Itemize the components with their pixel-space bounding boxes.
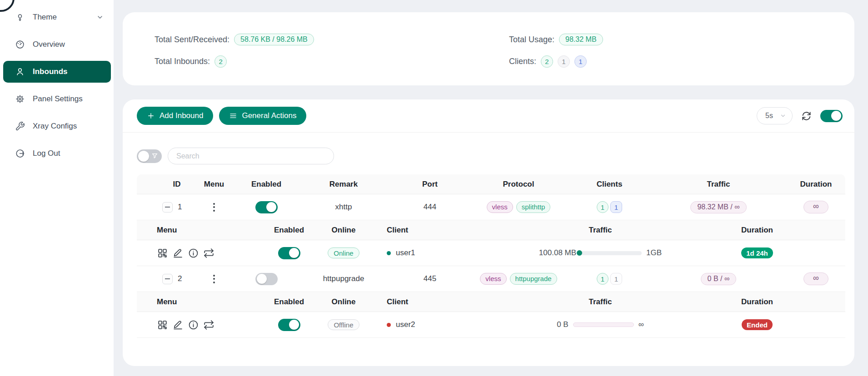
total-sent-received-label: Total Sent/Received: <box>155 35 229 45</box>
online-status-badge: Offline <box>328 319 359 330</box>
toggle-knob <box>289 248 299 258</box>
toggle-knob <box>266 202 276 212</box>
toggle-knob <box>289 320 299 330</box>
online-status-badge: Online <box>328 247 359 258</box>
sidebar-item-inbounds[interactable]: Inbounds <box>3 61 111 83</box>
edit-button[interactable] <box>172 247 184 259</box>
inbound-port: 445 <box>391 274 469 283</box>
sidebar-nav: Theme Overview Inbounds <box>0 0 114 164</box>
sub-header-duration: Duration <box>700 297 814 307</box>
inbound-enabled-toggle[interactable] <box>255 201 278 213</box>
clients-count-badge-green: 2 <box>541 55 553 68</box>
hamburger-icon <box>229 112 237 120</box>
refresh-interval-select[interactable]: 5s <box>757 107 793 124</box>
client-name: user1 <box>396 248 415 257</box>
user-icon <box>15 67 25 77</box>
traffic-used: 0 B <box>557 320 569 329</box>
refresh-button[interactable] <box>801 111 812 121</box>
duration-badge: ∞ <box>803 201 828 213</box>
sidebar: Theme Overview Inbounds <box>0 0 114 376</box>
toggle-knob <box>138 151 149 162</box>
sub-header-menu: Menu <box>137 297 255 307</box>
edit-button[interactable] <box>172 319 184 331</box>
protocol-tag: vless <box>480 273 506 285</box>
client-table-header: Menu Enabled Online Client Traffic Durat… <box>137 292 845 312</box>
clients-row: Clients: 2 1 1 <box>509 54 603 69</box>
inbound-remark: httpupgrade <box>296 274 391 283</box>
header-traffic: Traffic <box>650 180 787 189</box>
traffic-progress-bar <box>581 251 642 255</box>
total-inbounds-badge: 2 <box>215 55 227 68</box>
sidebar-item-xray-configs[interactable]: Xray Configs <box>3 115 111 137</box>
client-enabled-toggle[interactable] <box>278 319 300 331</box>
qr-code-button[interactable] <box>157 319 168 331</box>
auto-refresh-toggle[interactable] <box>820 110 843 122</box>
total-usage-row: Total Usage: 98.32 MB <box>509 32 603 47</box>
sidebar-item-label: Overview <box>33 40 65 49</box>
row-menu-kebab-icon[interactable] <box>211 201 217 213</box>
header-duration: Duration <box>787 180 845 189</box>
client-enabled-toggle[interactable] <box>278 247 300 259</box>
logout-icon <box>15 148 25 158</box>
total-sent-received-badge: 58.76 KB / 98.26 MB <box>234 34 314 45</box>
general-actions-label: General Actions <box>242 111 296 120</box>
sidebar-item-log-out[interactable]: Log Out <box>3 143 111 164</box>
search-row <box>137 148 854 164</box>
gear-icon <box>15 94 25 104</box>
clients-label: Clients: <box>509 57 536 66</box>
sidebar-item-label: Theme <box>33 13 57 22</box>
sidebar-item-label: Log Out <box>33 149 60 158</box>
header-protocol: Protocol <box>469 180 569 189</box>
sub-header-enabled: Enabled <box>255 226 323 235</box>
inbound-row-1: 1 xhttp 444 vless splithttp 1 1 <box>137 194 845 220</box>
add-inbound-label: Add Inbound <box>160 111 203 120</box>
collapse-row-button[interactable] <box>162 274 173 284</box>
sidebar-item-overview[interactable]: Overview <box>3 34 111 55</box>
collapse-row-button[interactable] <box>162 202 173 213</box>
info-button[interactable] <box>188 247 199 259</box>
sidebar-item-panel-settings[interactable]: Panel Settings <box>3 88 111 110</box>
protocol-tag: vless <box>487 201 513 213</box>
table-header-row: ID Menu Enabled Remark Port Protocol Cli… <box>137 174 845 194</box>
sub-header-online: Online <box>323 297 364 307</box>
traffic-used: 100.08 MB <box>539 248 576 257</box>
header-enabled: Enabled <box>237 180 296 189</box>
info-button[interactable] <box>188 319 199 331</box>
client-status-dot <box>387 323 391 327</box>
reset-traffic-button[interactable] <box>203 247 215 259</box>
row-menu-kebab-icon[interactable] <box>211 273 217 285</box>
inbound-id: 1 <box>178 203 182 212</box>
app-root: Theme Overview Inbounds <box>0 0 868 376</box>
inbound-id: 2 <box>178 274 182 283</box>
sidebar-item-theme[interactable]: Theme <box>3 6 111 28</box>
header-menu: Menu <box>191 180 237 189</box>
inbound-enabled-toggle[interactable] <box>255 273 278 285</box>
traffic-badge: 98.32 MB / ∞ <box>690 201 746 213</box>
filter-toggle[interactable] <box>137 149 162 163</box>
sub-header-duration: Duration <box>700 226 814 235</box>
client-name: user2 <box>396 320 415 329</box>
sub-header-client: Client <box>364 226 500 235</box>
total-inbounds-label: Total Inbounds: <box>155 57 210 66</box>
total-inbounds-row: Total Inbounds: 2 <box>155 54 314 69</box>
client-duration-badge: Ended <box>742 319 773 330</box>
client-count-badge: 1 <box>610 273 622 285</box>
inbounds-panel: Add Inbound General Actions 5s <box>123 99 854 366</box>
general-actions-button[interactable]: General Actions <box>219 107 306 125</box>
dashboard-icon <box>15 40 25 49</box>
header-remark: Remark <box>296 180 391 189</box>
sub-header-menu: Menu <box>137 226 255 235</box>
add-inbound-button[interactable]: Add Inbound <box>137 107 213 125</box>
reset-traffic-button[interactable] <box>203 319 215 331</box>
client-duration-badge: 1d 24h <box>741 247 773 258</box>
qr-code-button[interactable] <box>157 247 168 259</box>
clients-count-badge-gray: 1 <box>558 55 570 68</box>
search-input[interactable] <box>168 148 334 164</box>
client-count-badge: 1 <box>610 201 622 213</box>
inbound-row-2: 2 httpupgrade 445 vless httpupgrade 1 1 <box>137 266 845 292</box>
sub-header-online: Online <box>323 226 364 235</box>
header-clients: Clients <box>569 180 650 189</box>
stats-left-group: Total Sent/Received: 58.76 KB / 98.26 MB… <box>155 32 314 69</box>
duration-badge: ∞ <box>803 272 828 285</box>
total-sent-received-row: Total Sent/Received: 58.76 KB / 98.26 MB <box>155 32 314 47</box>
